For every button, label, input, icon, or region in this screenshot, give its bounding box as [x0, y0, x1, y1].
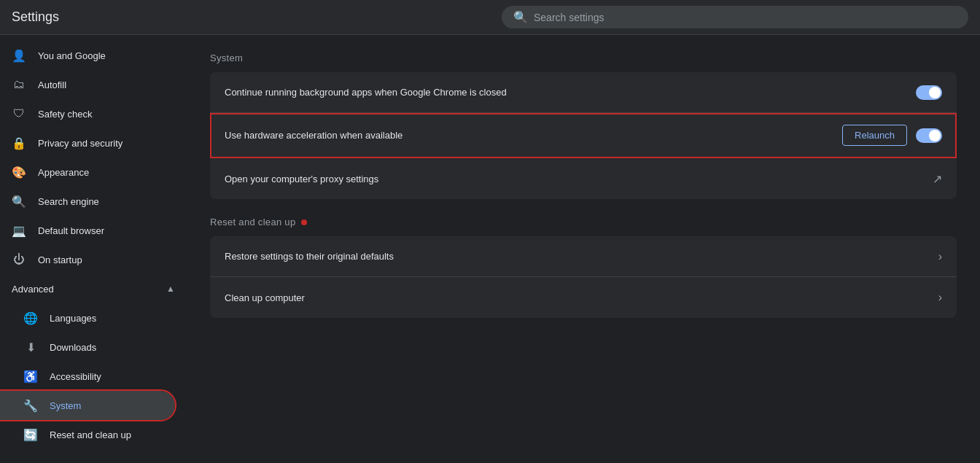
cleanup-computer-label: Clean up computer — [225, 292, 938, 303]
main-layout: 👤 You and Google 🗂 Autofill 🛡 Safety che… — [0, 35, 980, 463]
chevron-up-icon: ▲ — [166, 284, 175, 294]
accessibility-icon: ♿ — [23, 369, 38, 384]
search-input[interactable] — [534, 12, 957, 23]
sidebar-item-you-google[interactable]: 👤 You and Google — [0, 41, 175, 70]
advanced-section-label: Advanced — [12, 284, 54, 295]
search-engine-icon: 🔍 — [12, 194, 26, 209]
sidebar-item-default-browser[interactable]: 💻 Default browser — [0, 216, 175, 245]
sidebar-item-privacy-security[interactable]: 🔒 Privacy and security — [0, 128, 175, 157]
search-bar[interactable]: 🔍 — [502, 6, 968, 28]
advanced-section-header[interactable]: Advanced ▲ — [0, 274, 187, 303]
sidebar-item-on-startup[interactable]: ⏻ On startup — [0, 245, 175, 274]
search-icon: 🔍 — [513, 10, 528, 24]
wrench-icon: 🔧 — [23, 398, 38, 413]
sidebar-label-system: System — [50, 400, 81, 411]
download-icon: ⬇ — [23, 340, 38, 354]
sidebar-item-languages[interactable]: 🌐 Languages — [0, 303, 175, 332]
sidebar-item-appearance[interactable]: 🎨 Appearance — [0, 157, 175, 187]
sidebar-item-downloads[interactable]: ⬇ Downloads — [0, 332, 175, 362]
system-settings-card: Continue running background apps when Go… — [210, 72, 957, 199]
hardware-acceleration-row: Use hardware acceleration when available… — [210, 113, 957, 158]
sidebar-label-downloads: Downloads — [50, 342, 96, 353]
sidebar-label-accessibility: Accessibility — [50, 371, 101, 382]
sidebar-label-privacy: Privacy and security — [38, 138, 122, 149]
sidebar-item-safety-check[interactable]: 🛡 Safety check — [0, 99, 175, 128]
shield-icon: 🛡 — [12, 106, 26, 121]
external-link-icon: ↗ — [933, 172, 942, 186]
restore-defaults-label: Restore settings to their original defau… — [225, 251, 938, 262]
sidebar: 👤 You and Google 🗂 Autofill 🛡 Safety che… — [0, 35, 187, 463]
relaunch-button[interactable]: Relaunch — [842, 125, 907, 146]
arrow-right-icon: › — [938, 291, 942, 304]
person-icon: 👤 — [12, 48, 26, 63]
reset-icon: 🔄 — [23, 427, 38, 442]
proxy-settings-row[interactable]: Open your computer's proxy settings ↗ — [210, 158, 957, 199]
reset-settings-card: Restore settings to their original defau… — [210, 236, 957, 318]
sidebar-item-accessibility[interactable]: ♿ Accessibility — [0, 362, 175, 391]
hardware-acceleration-toggle[interactable] — [916, 128, 942, 143]
background-apps-row: Continue running background apps when Go… — [210, 72, 957, 113]
reset-section-title-row: Reset and clean up — [210, 217, 957, 227]
reset-section-title: Reset and clean up — [210, 217, 295, 227]
red-dot-indicator — [301, 219, 307, 225]
sidebar-item-reset-clean[interactable]: 🔄 Reset and clean up — [0, 420, 175, 449]
cleanup-computer-row[interactable]: Clean up computer › — [210, 277, 957, 318]
background-apps-actions — [916, 85, 942, 100]
sidebar-label-startup: On startup — [38, 254, 82, 265]
sidebar-label-languages: Languages — [50, 313, 96, 324]
sidebar-label-default-browser: Default browser — [38, 225, 104, 236]
globe-icon: 🌐 — [23, 311, 38, 325]
sidebar-label-autofill: Autofill — [38, 79, 66, 90]
toggle-knob — [929, 130, 941, 141]
sidebar-label-reset: Reset and clean up — [50, 429, 131, 440]
arrow-right-icon: › — [938, 250, 942, 263]
sidebar-label-safety-check: Safety check — [38, 109, 92, 120]
appearance-icon: 🎨 — [12, 165, 26, 179]
autofill-icon: 🗂 — [12, 77, 26, 92]
background-apps-toggle[interactable] — [916, 85, 942, 100]
sidebar-item-search-engine[interactable]: 🔍 Search engine — [0, 187, 175, 216]
content: System Continue running background apps … — [187, 35, 980, 463]
proxy-settings-label: Open your computer's proxy settings — [225, 174, 933, 184]
sidebar-item-autofill[interactable]: 🗂 Autofill — [0, 70, 175, 99]
sidebar-label-you-google: You and Google — [38, 50, 106, 61]
sidebar-label-search: Search engine — [38, 196, 99, 207]
hardware-acceleration-actions: Relaunch — [842, 125, 942, 146]
proxy-settings-actions: ↗ — [933, 172, 942, 186]
page-title: Settings — [12, 9, 59, 25]
hardware-acceleration-label: Use hardware acceleration when available — [225, 130, 842, 141]
toggle-knob — [929, 87, 941, 98]
lock-icon: 🔒 — [12, 136, 26, 150]
startup-icon: ⏻ — [12, 252, 26, 267]
browser-icon: 💻 — [12, 223, 26, 238]
sidebar-item-system[interactable]: 🔧 System — [0, 391, 175, 420]
header: Settings 🔍 — [0, 0, 980, 35]
sidebar-label-appearance: Appearance — [38, 167, 89, 178]
restore-defaults-row[interactable]: Restore settings to their original defau… — [210, 236, 957, 277]
system-section-title: System — [210, 52, 957, 63]
background-apps-label: Continue running background apps when Go… — [225, 87, 916, 98]
